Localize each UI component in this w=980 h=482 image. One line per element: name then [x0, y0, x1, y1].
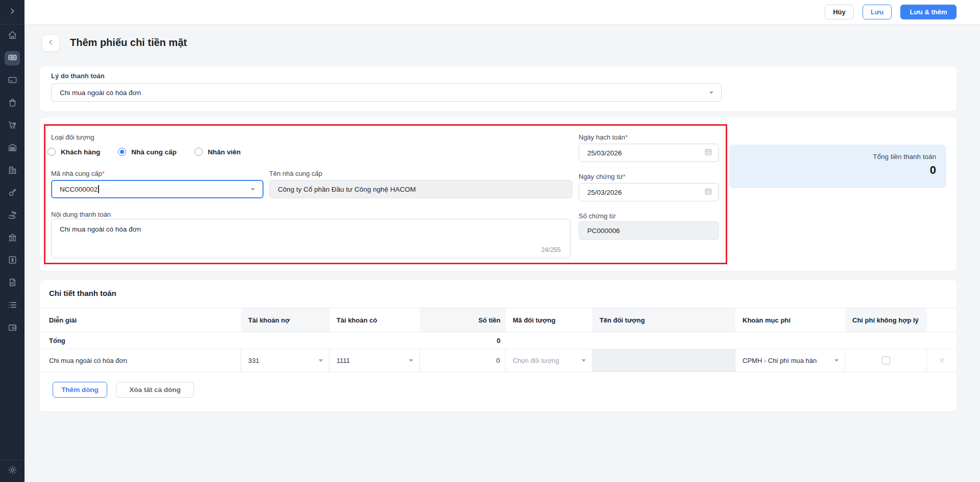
sidebar-item-wallet[interactable]	[5, 321, 20, 335]
arrow-left-icon	[46, 38, 55, 49]
delete-row-icon[interactable]: ✕	[939, 356, 945, 365]
calendar-icon[interactable]	[704, 188, 712, 197]
sidebar-item-documents[interactable]	[5, 276, 20, 290]
cell-object-name	[592, 349, 735, 372]
char-counter: 24/255	[541, 246, 561, 254]
cash-icon	[8, 53, 17, 64]
content-textarea[interactable]: Chi mua ngoài có hóa đơn 24/255	[51, 219, 570, 258]
content-value: Chi mua ngoài có hóa đơn	[60, 225, 141, 233]
cell-invalid-expense	[845, 349, 927, 372]
invalid-expense-checkbox[interactable]	[882, 356, 890, 364]
sidebar-header	[0, 0, 25, 25]
sidebar-item-assets[interactable]	[5, 186, 20, 200]
list-icon	[8, 300, 17, 312]
col-header-actions	[927, 308, 957, 332]
reason-card: Lý do thanh toán Chi mua ngoài có hóa đơ…	[40, 66, 957, 111]
table-total-row: Tổng 0	[40, 332, 957, 349]
sidebar-item-company[interactable]	[5, 164, 20, 178]
table-actions: Thêm dòng Xóa tất cả dòng	[53, 382, 194, 398]
cell-object-code-select[interactable]: Chọn đối tượng	[506, 349, 592, 372]
sidebar-item-cash[interactable]	[5, 51, 20, 65]
add-row-button[interactable]: Thêm dòng	[53, 382, 107, 398]
chevron-down-icon	[319, 359, 323, 362]
document-number-field: PC000006	[579, 221, 719, 240]
cell-description[interactable]: Chi mua ngoài có hóa đơn	[40, 349, 241, 372]
calendar-icon[interactable]	[704, 148, 712, 158]
radio-khach-hang[interactable]	[47, 148, 56, 156]
cell-debit-account-select[interactable]: 331	[241, 349, 329, 372]
settings-button[interactable]	[5, 464, 20, 478]
hand-coins-icon	[8, 210, 17, 222]
col-header-description: Diễn giải	[40, 308, 241, 332]
col-header-debit-account: Tài khoản nợ	[241, 308, 329, 332]
document-date-input[interactable]: 25/03/2026	[579, 183, 719, 201]
col-header-amount: Số tiền	[420, 308, 506, 332]
credit-card-icon	[8, 75, 17, 87]
supplier-name-field: Công ty Cổ phần Đầu tư Công nghệ HACOM	[269, 180, 572, 198]
posting-date-value: 25/03/2026	[587, 149, 622, 157]
document-number-label: Số chứng từ	[579, 212, 615, 220]
object-type-label: Loại đối tượng	[51, 133, 94, 141]
sidebar-item-bank-card[interactable]	[5, 74, 20, 88]
home-icon	[8, 30, 17, 42]
voucher-form-card: Loại đối tượng Khách hàng Nhà cung cấp N…	[40, 118, 957, 271]
document-number-value: PC000006	[587, 227, 620, 235]
cell-credit-account-select[interactable]: 1111	[329, 349, 420, 372]
supplier-name-value: Công ty Cổ phần Đầu tư Công nghệ HACOM	[278, 186, 416, 193]
shopping-cart-icon	[8, 120, 17, 132]
sidebar-item-sales[interactable]	[5, 96, 20, 110]
col-header-object-code: Mã đối tượng	[506, 308, 592, 332]
radio-nhan-vien[interactable]	[195, 148, 203, 156]
total-payment-label: Tổng tiền thanh toán	[739, 153, 936, 160]
radio-nha-cung-cap-label: Nhà cung cấp	[131, 148, 177, 156]
save-button[interactable]: Lưu	[863, 5, 892, 19]
payment-details-card: Chi tiết thanh toán Diễn giải Tài khoản …	[40, 280, 957, 411]
chevron-down-icon	[834, 359, 839, 362]
gear-icon	[8, 465, 17, 477]
sidebar-expand-button[interactable]	[6, 6, 19, 19]
supplier-code-label: Mã nhà cung cấp*	[51, 170, 105, 177]
col-header-invalid-expense: Chi phí không hợp lý	[845, 308, 927, 332]
back-button[interactable]	[42, 34, 60, 52]
topbar: Hủy Lưu Lưu & thêm	[25, 0, 980, 25]
reason-select[interactable]: Chi mua ngoài có hóa đơn	[51, 83, 722, 102]
sidebar-item-tax[interactable]	[5, 231, 20, 245]
supplier-name-label: Tên nhà cung cấp	[269, 170, 322, 177]
sidebar-footer	[0, 460, 25, 482]
wallet-icon	[8, 323, 17, 334]
document-icon	[8, 278, 17, 289]
object-type-radio-group: Khách hàng Nhà cung cấp Nhân viên	[47, 148, 241, 156]
chevron-down-icon	[251, 188, 255, 191]
supplier-code-select[interactable]: NCC000002	[51, 180, 264, 198]
key-icon	[8, 188, 17, 199]
bank-icon	[8, 233, 17, 244]
sidebar-item-loans[interactable]	[5, 209, 20, 223]
total-row-label: Tổng	[40, 332, 241, 349]
save-and-add-button[interactable]: Lưu & thêm	[900, 5, 957, 19]
app-screen: Hủy Lưu Lưu & thêm Thêm phiếu chi tiền m…	[0, 0, 980, 482]
clear-rows-button[interactable]: Xóa tất cả dòng	[116, 382, 194, 398]
content-label: Nội dung thanh toán	[51, 211, 111, 218]
document-date-label: Ngày chứng từ*	[579, 173, 626, 180]
warehouse-icon	[8, 143, 17, 154]
sidebar-item-purchase[interactable]	[5, 119, 20, 133]
cancel-button[interactable]: Hủy	[825, 5, 854, 19]
total-payment-value: 0	[739, 164, 936, 177]
posting-date-label: Ngày hạch toán*	[579, 133, 628, 141]
sidebar-item-reports[interactable]	[5, 299, 20, 313]
radio-khach-hang-label: Khách hàng	[61, 148, 100, 156]
table-row: Chi mua ngoài có hóa đơn 331 1111 0 Chọn…	[40, 349, 957, 372]
sidebar-item-home[interactable]	[5, 29, 20, 43]
shopping-bag-icon	[8, 98, 17, 109]
sidebar-item-budget[interactable]	[5, 254, 20, 268]
reason-value: Chi mua ngoài có hóa đơn	[60, 89, 141, 97]
cell-actions: ✕	[927, 349, 957, 372]
radio-nha-cung-cap[interactable]	[118, 148, 126, 156]
sidebar-item-warehouse[interactable]	[5, 141, 20, 155]
chevron-down-icon	[582, 359, 586, 362]
cell-amount[interactable]: 0	[420, 349, 506, 372]
text-caret	[98, 185, 99, 193]
col-header-object-name: Tên đối tượng	[592, 308, 735, 332]
cell-expense-category-select[interactable]: CPMH - Chi phí mua hàn	[735, 349, 845, 372]
posting-date-input[interactable]: 25/03/2026	[579, 144, 719, 162]
